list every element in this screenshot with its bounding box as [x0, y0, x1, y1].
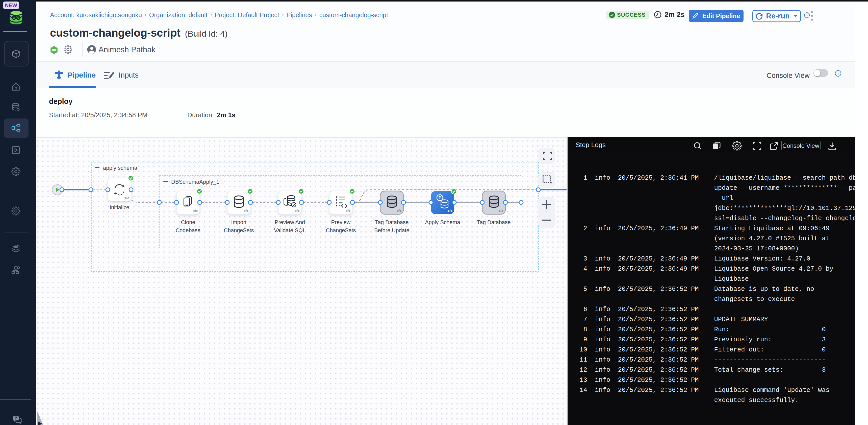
svg-text:Initialize: Initialize	[110, 204, 129, 210]
svg-text:DBSchemaApply_1: DBSchemaApply_1	[171, 179, 219, 185]
svg-text:Before Update: Before Update	[374, 227, 409, 233]
svg-text:Tag Database: Tag Database	[375, 219, 408, 225]
svg-text:</>: </>	[294, 209, 300, 213]
svg-text:ChangeSets: ChangeSets	[326, 227, 356, 233]
svg-text:Import: Import	[231, 219, 246, 225]
svg-text:</>: </>	[346, 209, 351, 213]
svg-text:apply schema: apply schema	[103, 165, 137, 171]
svg-text:Clone: Clone	[181, 219, 195, 225]
svg-text:</>: </>	[124, 196, 129, 200]
svg-text:?: ?	[14, 416, 17, 420]
svg-text:Preview And: Preview And	[275, 219, 305, 225]
svg-text:ChangeSets: ChangeSets	[224, 227, 254, 233]
svg-text:Apply Schema: Apply Schema	[425, 219, 460, 225]
svg-text:Preview: Preview	[331, 219, 351, 225]
svg-text:</>: </>	[397, 209, 402, 213]
svg-text:</>: </>	[447, 209, 453, 213]
svg-text:Codebase: Codebase	[176, 227, 200, 233]
svg-text:Tag Database: Tag Database	[477, 219, 510, 225]
svg-text:Validate SQL: Validate SQL	[274, 227, 306, 233]
svg-text:</>: </>	[498, 209, 503, 213]
svg-text:</>: </>	[244, 209, 249, 213]
svg-text:</>: </>	[193, 209, 198, 213]
